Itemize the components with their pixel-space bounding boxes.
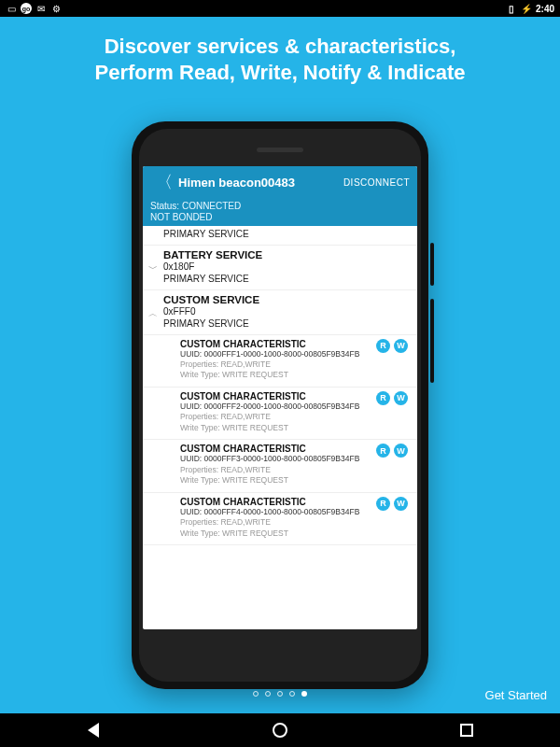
characteristic-write-type: Write Type: WRITE REQUEST: [180, 475, 410, 486]
recents-square-icon: [460, 724, 473, 737]
characteristic-props: Properties: READ,WRITE: [180, 465, 410, 475]
phone-icon: ▭: [6, 3, 17, 14]
bug-icon: ⚙: [50, 3, 62, 14]
clock: 2:40: [536, 4, 554, 14]
dot[interactable]: [265, 691, 271, 697]
connection-status: Status: CONNECTED: [143, 198, 417, 212]
disconnect-button[interactable]: DISCONNECT: [343, 177, 410, 188]
chevron-up-icon: ︿: [148, 307, 158, 320]
speaker-slit: [257, 148, 303, 152]
read-badge-icon[interactable]: R: [376, 497, 390, 511]
headline-line-1: Discover services & characteristics,: [28, 34, 532, 60]
characteristic-props: Properties: READ,WRITE: [180, 412, 410, 422]
characteristic-write-type: Write Type: WRITE REQUEST: [180, 423, 410, 433]
app-bar: 〈 Himen beacon00483 DISCONNECT: [143, 166, 417, 198]
service-row-battery[interactable]: ﹀ BATTERY SERVICE 0x180F PRIMARY SERVICE: [143, 246, 417, 290]
status-right: ▯ ⚡ 2:40: [506, 3, 554, 14]
service-name: CUSTOM SERVICE: [163, 294, 410, 305]
rw-badges: R W: [376, 497, 408, 511]
nav-back-button[interactable]: [75, 719, 112, 741]
status-left: ▭ go ✉ ⚙: [6, 3, 62, 14]
service-uuid: 0xFFF0: [163, 305, 410, 318]
characteristic-row[interactable]: R W CUSTOM CHARACTERISTIC UUID: 0000FFF1…: [143, 335, 417, 388]
power-button-mock: [430, 243, 434, 286]
read-badge-icon[interactable]: R: [376, 339, 390, 353]
service-type: PRIMARY SERVICE: [163, 273, 410, 286]
rw-badges: R W: [376, 339, 408, 353]
nav-recents-button[interactable]: [448, 719, 485, 741]
rw-badges: R W: [376, 444, 408, 458]
services-list[interactable]: PRIMARY SERVICE ﹀ BATTERY SERVICE 0x180F…: [143, 226, 417, 629]
page-indicator[interactable]: [253, 691, 307, 697]
home-circle-icon: [273, 723, 287, 738]
service-type: PRIMARY SERVICE: [163, 317, 410, 331]
service-row-custom[interactable]: ︿ CUSTOM SERVICE 0xFFF0 PRIMARY SERVICE: [143, 290, 417, 335]
dot[interactable]: [253, 691, 259, 697]
device-title: Himen beacon00483: [178, 176, 343, 190]
back-icon[interactable]: 〈: [150, 171, 178, 193]
characteristic-row[interactable]: R W CUSTOM CHARACTERISTIC UUID: 0000FFF2…: [143, 388, 417, 440]
go-icon: go: [21, 3, 32, 14]
headline: Discover services & characteristics, Per…: [0, 17, 560, 94]
characteristic-write-type: Write Type: WRITE REQUEST: [180, 529, 410, 539]
onboarding-page[interactable]: Discover services & characteristics, Per…: [0, 17, 560, 713]
nav-home-button[interactable]: [261, 719, 299, 741]
characteristic-write-type: Write Type: WRITE REQUEST: [180, 370, 410, 380]
vibrate-icon: ▯: [506, 3, 517, 14]
read-badge-icon[interactable]: R: [376, 444, 390, 458]
read-badge-icon[interactable]: R: [376, 391, 390, 405]
phone-screen: 〈 Himen beacon00483 DISCONNECT Status: C…: [143, 166, 417, 629]
volume-button-mock: [430, 299, 434, 383]
phone-bezel: 〈 Himen beacon00483 DISCONNECT Status: C…: [139, 129, 421, 682]
write-badge-icon[interactable]: W: [394, 391, 408, 405]
mail-icon: ✉: [35, 3, 47, 14]
service-name: BATTERY SERVICE: [163, 249, 410, 261]
service-type: PRIMARY SERVICE: [163, 228, 410, 241]
headline-line-2: Perform Read, Write, Notify & Indicate: [28, 60, 532, 86]
write-badge-icon[interactable]: W: [394, 339, 408, 353]
characteristic-props: Properties: READ,WRITE: [180, 517, 410, 528]
characteristic-props: Properties: READ,WRITE: [180, 359, 410, 370]
phone-mockup: 〈 Himen beacon00483 DISCONNECT Status: C…: [132, 121, 428, 689]
write-badge-icon[interactable]: W: [394, 444, 408, 458]
android-nav-bar: [0, 713, 560, 747]
service-row[interactable]: PRIMARY SERVICE: [143, 226, 417, 246]
back-triangle-icon: [88, 723, 99, 738]
rw-badges: R W: [376, 391, 408, 405]
dot-active[interactable]: [301, 691, 307, 697]
write-badge-icon[interactable]: W: [394, 497, 408, 511]
dot[interactable]: [277, 691, 283, 697]
chevron-down-icon: ﹀: [148, 262, 158, 275]
android-status-bar: ▭ go ✉ ⚙ ▯ ⚡ 2:40: [0, 0, 560, 17]
characteristic-row[interactable]: R W CUSTOM CHARACTERISTIC UUID: 0000FFF4…: [143, 493, 417, 545]
bond-status: NOT BONDED: [143, 212, 417, 226]
service-uuid: 0x180F: [163, 261, 410, 274]
battery-icon: ⚡: [521, 4, 532, 14]
get-started-button[interactable]: Get Started: [485, 688, 547, 702]
characteristic-row[interactable]: R W CUSTOM CHARACTERISTIC UUID: 0000FFF3…: [143, 440, 417, 492]
dot[interactable]: [289, 691, 295, 697]
